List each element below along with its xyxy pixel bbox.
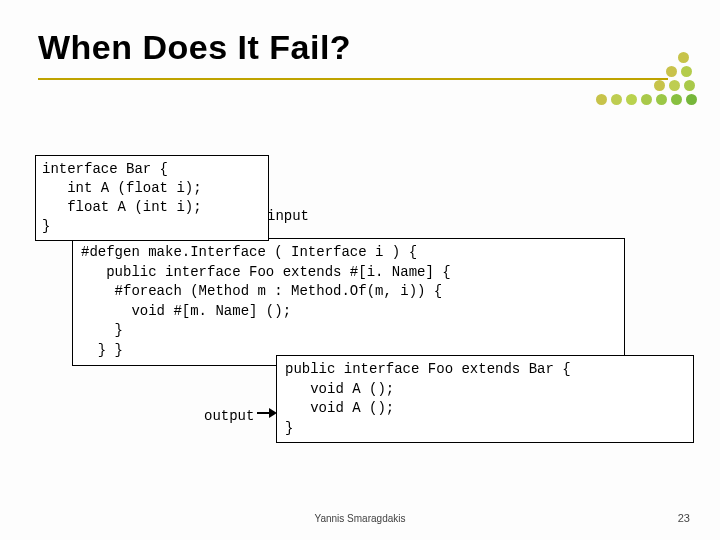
output-code-box: public interface Foo extends Bar { void … <box>276 355 694 443</box>
dot-icon <box>611 94 622 105</box>
dot-icon <box>641 94 652 105</box>
arrow-output <box>257 412 275 414</box>
slide-number: 23 <box>678 512 690 524</box>
title-underline <box>38 78 668 80</box>
defgen-code-box: #defgen make.Interface ( Interface i ) {… <box>72 238 625 366</box>
dot-icon <box>666 66 677 77</box>
dot-icon <box>671 94 682 105</box>
dot-icon <box>596 94 607 105</box>
dot-icon <box>678 52 689 63</box>
output-label: output <box>204 408 254 424</box>
slide-author: Yannis Smaragdakis <box>0 513 720 524</box>
slide-title: When Does It Fail? <box>38 28 351 67</box>
dot-icon <box>684 80 695 91</box>
dot-icon <box>681 66 692 77</box>
dot-icon <box>656 94 667 105</box>
dot-icon <box>686 94 697 105</box>
slide-decoration-dots <box>596 50 706 112</box>
input-code-box: interface Bar { int A (float i); float A… <box>35 155 269 241</box>
dot-icon <box>669 80 680 91</box>
input-label: input <box>267 208 309 224</box>
dot-icon <box>654 80 665 91</box>
dot-icon <box>626 94 637 105</box>
